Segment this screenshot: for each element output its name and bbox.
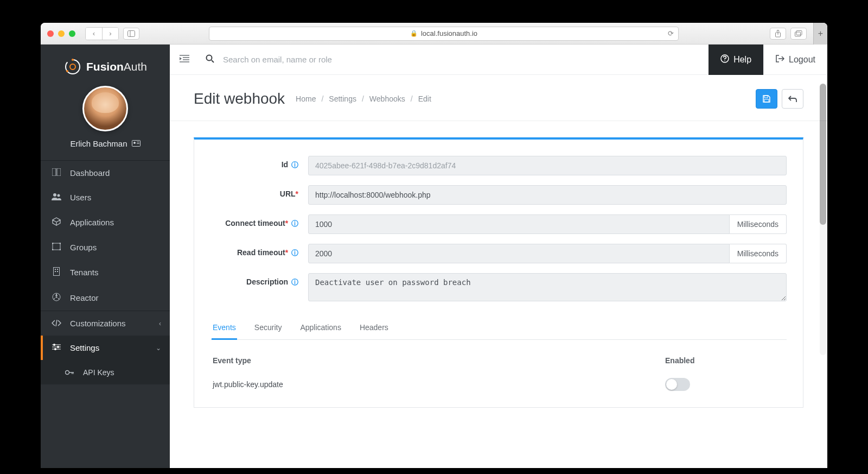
reactor-icon — [52, 293, 61, 303]
new-tab-button[interactable]: + — [813, 23, 827, 45]
sidebar-item-label: Applications — [70, 218, 114, 227]
input-id — [308, 156, 787, 175]
save-button[interactable] — [756, 89, 777, 109]
sidebar-item-groups[interactable]: Groups — [41, 235, 170, 260]
sidebar-item-users[interactable]: Users — [41, 185, 170, 210]
maximize-window-icon[interactable] — [69, 30, 75, 37]
building-icon — [52, 267, 61, 277]
traffic-lights — [47, 30, 75, 37]
field-description: Description ⓘ — [210, 273, 787, 301]
info-icon[interactable]: ⓘ — [291, 249, 298, 257]
sliders-icon — [52, 343, 61, 352]
dashboard-icon — [52, 168, 61, 178]
topbar: Help Logout — [170, 45, 827, 75]
share-button[interactable] — [770, 28, 786, 40]
svg-rect-26 — [57, 271, 58, 272]
tabs-button[interactable] — [790, 28, 807, 40]
tab-events[interactable]: Events — [212, 317, 237, 340]
breadcrumb-item[interactable]: Home — [296, 94, 316, 103]
svg-rect-3 — [795, 32, 801, 36]
info-icon[interactable]: ⓘ — [291, 161, 298, 169]
sidebar-item-dashboard[interactable]: Dashboard — [41, 160, 170, 185]
avatar[interactable] — [82, 86, 128, 131]
unit-label: Milliseconds — [730, 244, 787, 263]
sidebar-item-label: Customizations — [70, 319, 126, 328]
search-icon — [206, 54, 214, 65]
back-button[interactable]: ‹ — [86, 28, 102, 40]
info-icon[interactable]: ⓘ — [291, 219, 298, 227]
svg-rect-13 — [52, 168, 56, 176]
breadcrumb-item[interactable]: Webhooks — [369, 94, 405, 103]
field-connect-timeout: Connect timeout* ⓘ Milliseconds — [210, 214, 787, 234]
sidebar-item-label: API Keys — [83, 368, 114, 377]
chevron-left-icon: ‹ — [159, 320, 161, 327]
help-button[interactable]: Help — [709, 45, 763, 75]
input-read-timeout[interactable] — [308, 244, 730, 263]
breadcrumb-item: Edit — [418, 94, 431, 103]
svg-rect-17 — [53, 243, 60, 250]
label-url: URL* — [210, 185, 308, 198]
tab-security[interactable]: Security — [253, 317, 283, 340]
event-enabled-toggle[interactable] — [665, 378, 690, 391]
input-url[interactable] — [308, 185, 787, 205]
sidebar-toggle-button[interactable] — [123, 28, 139, 40]
groups-icon — [52, 243, 61, 252]
sidebar-item-customizations[interactable]: Customizations ‹ — [41, 311, 170, 336]
breadcrumb-item[interactable]: Settings — [329, 94, 356, 103]
tabs-icon — [795, 30, 802, 37]
sidebar-item-reactor[interactable]: Reactor — [41, 285, 170, 311]
sidebar-item-label: Dashboard — [70, 168, 110, 178]
svg-point-21 — [60, 249, 61, 251]
svg-rect-0 — [128, 30, 135, 36]
tab-applications[interactable]: Applications — [299, 317, 342, 340]
field-url: URL* — [210, 185, 787, 205]
label-id: Id ⓘ — [210, 156, 308, 170]
panel-icon — [127, 30, 135, 37]
svg-rect-23 — [55, 269, 56, 270]
input-description[interactable] — [308, 273, 787, 301]
sidebar-nav: Dashboard Users Applications Groups Tena… — [41, 160, 170, 384]
events-table-header: Event type Enabled — [210, 340, 787, 372]
logout-button[interactable]: Logout — [763, 45, 827, 75]
svg-point-16 — [58, 194, 60, 197]
sidebar-item-label: Users — [70, 193, 91, 202]
undo-icon — [788, 95, 797, 103]
key-icon — [65, 368, 74, 377]
code-icon — [52, 319, 61, 328]
user-block: Erlich Bachman — [41, 86, 170, 160]
sidebar-item-api-keys[interactable]: API Keys — [41, 360, 170, 384]
svg-rect-22 — [54, 268, 60, 276]
input-connect-timeout[interactable] — [308, 214, 730, 234]
chevron-down-icon: ⌄ — [156, 344, 161, 352]
event-row: jwt.public-key.update — [210, 372, 787, 396]
user-name: Erlich Bachman — [46, 139, 164, 148]
forward-button[interactable]: › — [102, 28, 118, 40]
logo-icon — [63, 58, 82, 76]
search-input[interactable] — [223, 55, 440, 64]
back-button[interactable] — [782, 89, 803, 109]
svg-point-32 — [53, 344, 55, 346]
close-window-icon[interactable] — [47, 30, 54, 37]
url-bar[interactable]: 🔒 local.fusionauth.io ⟳ — [209, 27, 679, 41]
sidebar-item-settings[interactable]: Settings ⌄ — [41, 336, 170, 360]
tab-headers[interactable]: Headers — [359, 317, 390, 340]
svg-point-10 — [133, 142, 136, 144]
sidebar-item-label: Groups — [70, 243, 97, 252]
svg-point-33 — [57, 346, 59, 348]
reload-icon[interactable]: ⟳ — [668, 29, 674, 37]
info-icon[interactable]: ⓘ — [291, 278, 298, 286]
scrollbar-thumb[interactable] — [820, 84, 826, 225]
users-icon — [52, 193, 61, 202]
sidebar-item-applications[interactable]: Applications — [41, 210, 170, 235]
tabs: Events Security Applications Headers — [210, 317, 787, 340]
svg-point-34 — [54, 348, 56, 350]
id-card-icon[interactable] — [132, 140, 141, 148]
browser-chrome: ‹ › 🔒 local.fusionauth.io ⟳ + — [41, 23, 827, 45]
minimize-window-icon[interactable] — [58, 30, 65, 37]
svg-line-44 — [212, 60, 214, 62]
svg-point-28 — [56, 296, 58, 298]
form-panel: Id ⓘ URL* Connect timeout* ⓘ — [194, 137, 803, 408]
sidebar-item-tenants[interactable]: Tenants — [41, 260, 170, 285]
collapse-sidebar-button[interactable] — [180, 55, 198, 65]
app: FusionAuth Erlich Bachman Dashboard — [41, 45, 827, 468]
